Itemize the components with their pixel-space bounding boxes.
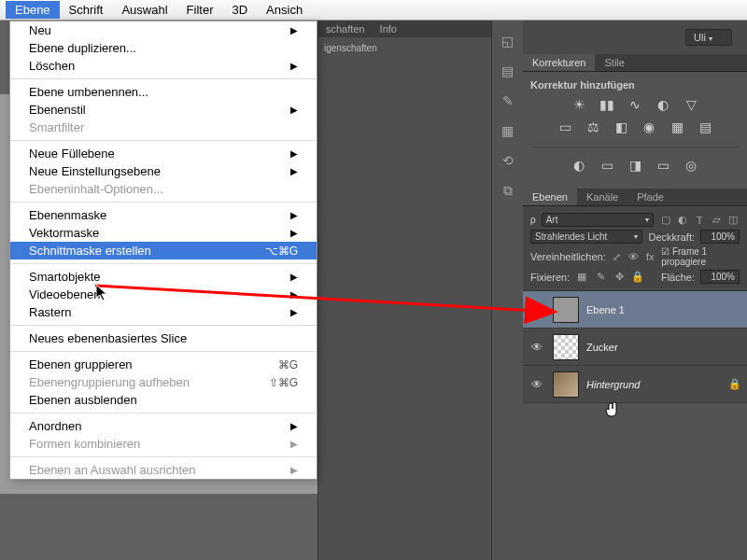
brightness-icon[interactable]: ☀ [570,96,588,113]
visibility-toggle[interactable]: 👁 [529,378,545,391]
menu-auswahl[interactable]: Auswahl [112,1,176,19]
tab-info[interactable]: Info [373,21,404,37]
history-icon[interactable]: ◱ [499,34,517,50]
gradient-map-icon[interactable]: ▭ [654,157,672,174]
menu-einstellungsebene[interactable]: Neue Einstellungsebene▶ [10,162,317,180]
lock-position-icon[interactable]: ✥ [613,271,626,284]
chevron-right-icon: ▶ [290,465,298,475]
main-menubar: Ebene Schrift Auswahl Filter 3D Ansich [0,0,747,21]
menu-ansicht[interactable]: Ansich [257,1,312,19]
layer-thumbnail[interactable] [553,371,579,398]
layer-row-ebene1[interactable]: 👁 Ebene 1 [523,291,747,329]
menu-videoebenen[interactable]: Videoebenen▶ [10,286,317,303]
color-balance-icon[interactable]: ⚖ [584,119,602,135]
tab-pfade[interactable]: Pfade [627,189,673,205]
blend-mode-select[interactable]: Strahlendes Licht▾ [530,230,642,244]
menu-3d[interactable]: 3D [222,1,257,19]
layer-name[interactable]: Zucker [586,342,741,353]
layer-name[interactable]: Ebene 1 [586,304,741,315]
tab-properties[interactable]: schaften [318,21,373,37]
shortcut-label: ⇧⌘G [269,376,298,389]
tool-presets-icon[interactable]: ⟲ [499,153,517,170]
exposure-icon[interactable]: ◐ [654,96,672,113]
menu-loeschen[interactable]: Löschen▶ [10,57,317,75]
opacity-input[interactable]: 100% [700,230,740,244]
filter-type-icon[interactable]: T [693,214,706,227]
photo-filter-icon[interactable]: ◉ [640,119,658,135]
color-lookup-icon[interactable]: ▤ [696,119,714,135]
filter-shape-icon[interactable]: ▱ [710,214,723,227]
menu-gruppieren[interactable]: Ebenen gruppieren⌘G [10,356,317,373]
lock-all-icon[interactable]: 🔒 [631,271,644,284]
hand-cursor-icon [604,401,621,418]
tab-korrekturen[interactable]: Korrekturen [523,54,595,71]
invert-icon[interactable]: ◐ [570,157,588,174]
menu-schrift[interactable]: Schrift [60,1,113,19]
menu-ebenenmaske[interactable]: Ebenenmaske▶ [10,206,317,224]
visibility-toggle[interactable]: 👁 [529,303,545,316]
unify-style-icon[interactable]: fx [644,250,655,263]
filter-adjust-icon[interactable]: ◐ [676,214,689,227]
filter-smart-icon[interactable]: ◫ [726,214,740,227]
menu-ebene[interactable]: Ebene [6,1,60,19]
unify-visibility-icon[interactable]: 👁 [628,250,640,263]
selective-color-icon[interactable]: ◎ [682,157,700,174]
bw-icon[interactable]: ◧ [612,119,630,135]
posterize-icon[interactable]: ▭ [598,157,616,174]
right-panel-column: Uli ▾ Korrekturen Stile Korrektur hinzuf… [523,21,747,560]
filter-pixel-icon[interactable]: ▢ [659,214,672,227]
separator [10,325,317,326]
clone-source-icon[interactable]: ⧉ [499,183,517,200]
menu-ebenenstil[interactable]: Ebenenstil▶ [10,101,317,119]
menu-gruppierung-aufheben: Ebenengruppierung aufheben⇧⌘G [10,373,317,391]
layer-thumbnail[interactable] [553,297,579,323]
levels-icon[interactable]: ▮▮ [598,96,616,113]
channel-mixer-icon[interactable]: ▦ [668,119,686,135]
menu-ausblenden[interactable]: Ebenen ausblenden [10,391,317,409]
menu-fuellebene[interactable]: Neue Füllebene▶ [10,145,317,162]
menu-anordnen[interactable]: Anordnen▶ [10,417,317,435]
tab-ebenen[interactable]: Ebenen [523,189,577,205]
separator [10,456,317,457]
tab-stile[interactable]: Stile [595,54,633,71]
menu-filter[interactable]: Filter [177,1,223,19]
lock-icon: 🔒 [728,378,741,390]
menu-inhalt-optionen: Ebeneninhalt-Optionen... [10,180,317,198]
layer-filter-select[interactable]: Art▾ [542,213,654,227]
menu-vektormaske[interactable]: Vektormaske▶ [10,224,317,242]
propagate-label[interactable]: Frame 1 propagiere [661,246,707,267]
layer-name[interactable]: Hintergrund [586,379,721,390]
properties-panel: schaften Info igenschaften [317,21,491,560]
menu-smartobjekte[interactable]: Smartobjekte▶ [10,268,317,286]
unify-position-icon[interactable]: ⤢ [612,250,623,263]
lock-transparency-icon[interactable]: ▦ [575,271,588,284]
layers-panel: Ebenen Kanäle Pfade ρ Art▾ ▢ ◐ T ▱ ◫ Str… [523,189,747,403]
hue-icon[interactable]: ▭ [556,119,574,135]
layer-row-zucker[interactable]: 👁 Zucker [523,329,747,366]
brush-icon[interactable]: ✎ [499,93,517,110]
menu-slice[interactable]: Neues ebenenbasiertes Slice [10,329,317,347]
menu-duplizieren[interactable]: Ebene duplizieren... [10,39,317,57]
adjustments-panel: Korrektur hinzufügen ☀ ▮▮ ∿ ◐ ▽ ▭ ⚖ ◧ ◉ … [523,72,747,181]
menu-rastern[interactable]: Rastern▶ [10,303,317,321]
vibrance-icon[interactable]: ▽ [682,96,700,113]
menu-ausrichten: Ebenen an Auswahl ausrichten▶ [10,461,317,479]
visibility-toggle[interactable]: 👁 [529,341,545,354]
layer-thumbnail[interactable] [553,334,579,360]
shortcut-label: ⌘G [278,358,298,371]
menu-schnittmaske[interactable]: Schnittmaske erstellen⌥⌘G [10,242,317,259]
menu-neu[interactable]: Neu▶ [10,21,317,39]
workspace-select[interactable]: Uli ▾ [685,29,732,46]
tab-kanaele[interactable]: Kanäle [577,189,627,205]
properties-label: igenschaften [318,37,491,59]
actions-icon[interactable]: ▤ [499,63,517,80]
swatches-icon[interactable]: ▦ [499,123,517,140]
threshold-icon[interactable]: ◨ [626,157,644,174]
fill-input[interactable]: 100% [700,270,740,284]
menu-umbenennen[interactable]: Ebene umbenennen... [10,83,317,101]
lock-pixels-icon[interactable]: ✎ [594,271,607,284]
curves-icon[interactable]: ∿ [626,96,644,113]
layer-row-hintergrund[interactable]: 👁 Hintergrund 🔒 [523,366,747,403]
workspace-bar: Uli ▾ [523,21,747,54]
fill-label: Fläche: [661,272,695,283]
